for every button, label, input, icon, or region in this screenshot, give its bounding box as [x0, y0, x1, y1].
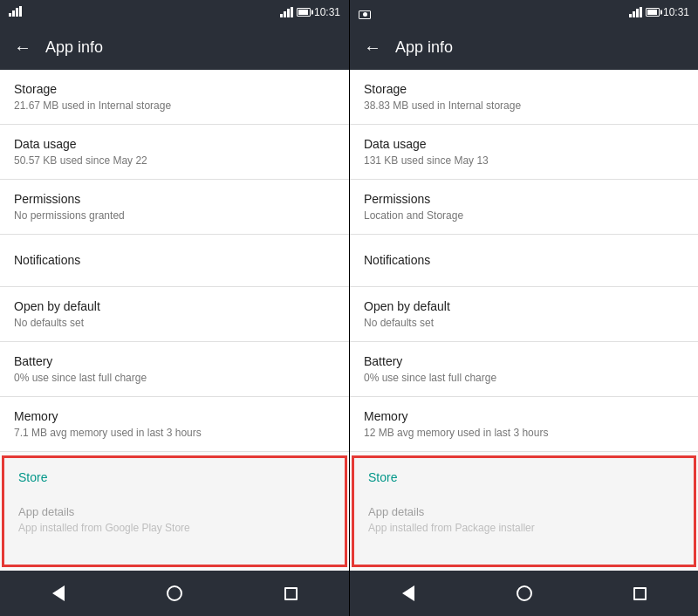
battery-item-right[interactable]: Battery 0% use since last full charge: [350, 342, 698, 397]
wifi-icon-right: [629, 7, 642, 17]
nav-recent-left[interactable]: [273, 576, 308, 611]
battery-title-left: Battery: [14, 354, 335, 368]
nav-recent-right[interactable]: [623, 576, 658, 611]
permissions-title-left: Permissions: [14, 192, 335, 206]
storage-title-right: Storage: [364, 82, 684, 96]
battery-title-right: Battery: [364, 354, 684, 368]
data-usage-item-right[interactable]: Data usage 131 KB used since May 13: [350, 125, 698, 180]
store-wrapper-left: Store App details App installed from Goo…: [0, 452, 349, 571]
open-default-subtitle-right: No defaults set: [364, 317, 684, 329]
nav-home-right[interactable]: [507, 576, 542, 611]
recent-square-icon-right: [633, 587, 647, 600]
open-default-title-left: Open by default: [14, 299, 335, 313]
store-installed-from-right: App installed from Package installer: [368, 522, 680, 534]
back-triangle-icon-right: [402, 585, 414, 601]
memory-title-left: Memory: [14, 409, 335, 423]
store-app-details-right: App details: [368, 505, 680, 518]
permissions-title-right: Permissions: [364, 192, 684, 206]
status-bar-right: 10:31: [350, 0, 698, 24]
nav-bar-right: [350, 571, 698, 616]
screen-right: 10:31 ← App info Storage 38.83 MB used i…: [349, 0, 698, 616]
wifi-icon: [280, 7, 293, 17]
battery-subtitle-left: 0% use since last full charge: [14, 372, 335, 384]
content-right: Storage 38.83 MB used in Internal storag…: [350, 70, 698, 571]
content-left: Storage 21.67 MB used in Internal storag…: [0, 70, 349, 571]
memory-subtitle-left: 7.1 MB avg memory used in last 3 hours: [14, 427, 335, 439]
battery-item-left[interactable]: Battery 0% use since last full charge: [0, 342, 349, 397]
storage-item-right[interactable]: Storage 38.83 MB used in Internal storag…: [350, 70, 698, 125]
open-default-item-left[interactable]: Open by default No defaults set: [0, 287, 349, 342]
home-circle-icon-left: [167, 585, 182, 601]
header-right: ← App info: [350, 24, 698, 70]
home-circle-icon-right: [517, 585, 532, 601]
storage-title-left: Storage: [14, 82, 335, 96]
storage-subtitle-right: 38.83 MB used in Internal storage: [364, 99, 684, 112]
memory-title-right: Memory: [364, 409, 684, 423]
data-usage-subtitle-left: 50.57 KB used since May 22: [14, 154, 335, 167]
signal-icon: [9, 6, 22, 17]
status-time-left: 10:31: [314, 6, 340, 18]
permissions-item-left[interactable]: Permissions No permissions granted: [0, 180, 349, 235]
store-section-left[interactable]: Store App details App installed from Goo…: [2, 455, 347, 567]
permissions-item-right[interactable]: Permissions Location and Storage: [350, 180, 698, 235]
open-default-subtitle-left: No defaults set: [14, 317, 335, 329]
store-section-right[interactable]: Store App details App installed from Pac…: [352, 455, 696, 567]
open-default-title-right: Open by default: [364, 299, 684, 313]
nav-back-right[interactable]: [391, 576, 426, 611]
store-wrapper-right: Store App details App installed from Pac…: [350, 452, 698, 571]
data-usage-title-left: Data usage: [14, 137, 335, 151]
screen-left: 10:31 ← App info Storage 21.67 MB used i…: [0, 0, 349, 616]
battery-icon-right: [646, 8, 660, 17]
storage-subtitle-left: 21.67 MB used in Internal storage: [14, 99, 335, 112]
open-default-item-right[interactable]: Open by default No defaults set: [350, 287, 698, 342]
nav-home-left[interactable]: [157, 576, 192, 611]
permissions-subtitle-left: No permissions granted: [14, 209, 335, 222]
notifications-title-right: Notifications: [364, 253, 684, 267]
notifications-item-left[interactable]: Notifications: [0, 235, 349, 287]
memory-item-left[interactable]: Memory 7.1 MB avg memory used in last 3 …: [0, 397, 349, 452]
header-title-right: App info: [395, 38, 453, 57]
screens-container: 10:31 ← App info Storage 21.67 MB used i…: [0, 0, 698, 616]
nav-back-left[interactable]: [41, 576, 76, 611]
data-usage-item-left[interactable]: Data usage 50.57 KB used since May 22: [0, 125, 349, 180]
notifications-title-left: Notifications: [14, 253, 335, 267]
status-icons-right: 10:31: [280, 6, 340, 18]
permissions-subtitle-right: Location and Storage: [364, 209, 684, 222]
image-notification-icon: [359, 10, 371, 19]
store-title-left: Store: [18, 470, 331, 484]
header-left: ← App info: [0, 24, 349, 70]
storage-item-left[interactable]: Storage 21.67 MB used in Internal storag…: [0, 70, 349, 125]
nav-bar-left: [0, 571, 349, 616]
store-installed-from-left: App installed from Google Play Store: [18, 522, 331, 534]
back-button-left[interactable]: ←: [14, 38, 31, 58]
battery-subtitle-right: 0% use since last full charge: [364, 372, 684, 384]
store-title-right: Store: [368, 470, 680, 484]
data-usage-title-right: Data usage: [364, 137, 684, 151]
battery-icon: [297, 8, 311, 17]
back-button-right[interactable]: ←: [364, 38, 381, 58]
status-icons-right-screen: 10:31: [629, 6, 689, 18]
recent-square-icon-left: [284, 587, 298, 600]
status-bar-left-icons: [9, 4, 276, 20]
notifications-item-right[interactable]: Notifications: [350, 235, 698, 287]
memory-item-right[interactable]: Memory 12 MB avg memory used in last 3 h…: [350, 397, 698, 452]
back-triangle-icon-left: [52, 585, 65, 601]
header-title-left: App info: [45, 38, 103, 57]
store-app-details-left: App details: [18, 505, 331, 518]
status-bar-left: 10:31: [0, 0, 349, 24]
data-usage-subtitle-right: 131 KB used since May 13: [364, 154, 684, 167]
status-bar-right-left-area: [359, 4, 625, 20]
status-time-right: 10:31: [663, 6, 689, 18]
memory-subtitle-right: 12 MB avg memory used in last 3 hours: [364, 427, 684, 439]
